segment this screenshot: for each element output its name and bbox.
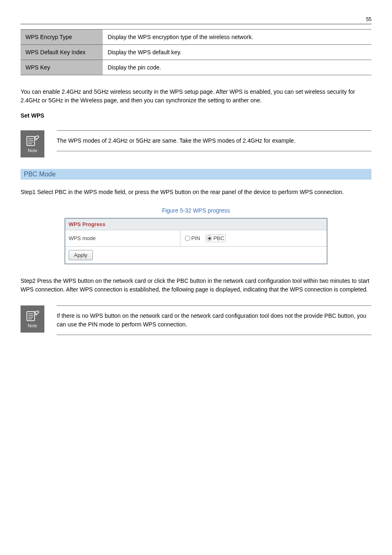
wps-progress-table: WPS Progress WPS mode PIN PBC Apply	[65, 218, 327, 264]
page-number: 55	[21, 16, 371, 22]
apply-button[interactable]: Apply	[69, 250, 93, 260]
spec-value: Display the WPS encryption type of the w…	[103, 30, 371, 45]
table-row: WPS Key Display the pin code.	[21, 60, 371, 75]
note-label: Note	[28, 323, 37, 328]
notepad-pen-icon	[25, 310, 39, 322]
radio-pbc[interactable]: PBC	[205, 234, 226, 242]
spec-key: WPS Encryp Type	[21, 30, 103, 45]
spec-value: Display the pin code.	[103, 60, 371, 75]
note-text: If there is no WPS button on the network…	[57, 306, 371, 335]
subheading: Set WPS	[21, 112, 371, 119]
paragraph: You can enable 2.4GHz and 5GHz wireless …	[21, 88, 371, 105]
note-label: Note	[28, 148, 37, 153]
wps-mode-row: WPS mode PIN PBC	[65, 230, 327, 247]
note-icon: Note	[21, 305, 44, 333]
spec-key: WPS Key	[21, 60, 103, 75]
figure-caption: Figure 5-32 WPS progress	[21, 207, 371, 214]
radio-circle-icon	[185, 236, 190, 241]
header-rule	[21, 24, 371, 24]
radio-pin-label: PIN	[191, 235, 201, 241]
step-text: Step2 Press the WPS button on the networ…	[21, 277, 371, 294]
wps-header-row: WPS Progress	[65, 218, 327, 230]
spec-key: WPS Default Key Index	[21, 45, 103, 60]
table-row: WPS Default Key Index Display the WPS de…	[21, 45, 371, 60]
radio-pbc-label: PBC	[213, 235, 224, 241]
radio-circle-checked-icon	[207, 236, 212, 241]
wps-header: WPS Progress	[65, 218, 327, 230]
note-icon: Note	[21, 130, 44, 157]
step-text: Step1 Select PBC in the WPS mode field, …	[21, 188, 371, 197]
note-bottom-rule	[57, 335, 371, 335]
svg-rect-0	[27, 136, 35, 146]
note-block: Note The WPS modes of 2.4GHz or 5GHz are…	[21, 130, 371, 157]
note-text: The WPS modes of 2.4GHz or 5GHz are same…	[57, 131, 371, 151]
notepad-pen-icon	[25, 135, 39, 147]
wps-apply-row: Apply	[65, 247, 327, 264]
svg-rect-5	[27, 312, 35, 321]
table-row: WPS Encryp Type Display the WPS encrypti…	[21, 30, 371, 45]
note-block: Note If there is no WPS button on the ne…	[21, 305, 371, 335]
note-bottom-rule	[57, 151, 371, 151]
spec-value: Display the WPS default key.	[103, 45, 371, 60]
section-bar: PBC Mode	[21, 169, 371, 180]
radio-pin[interactable]: PIN	[184, 234, 202, 242]
wps-mode-options: PIN PBC	[180, 230, 327, 247]
wps-mode-label: WPS mode	[65, 230, 180, 247]
spec-table: WPS Encryp Type Display the WPS encrypti…	[21, 29, 371, 75]
